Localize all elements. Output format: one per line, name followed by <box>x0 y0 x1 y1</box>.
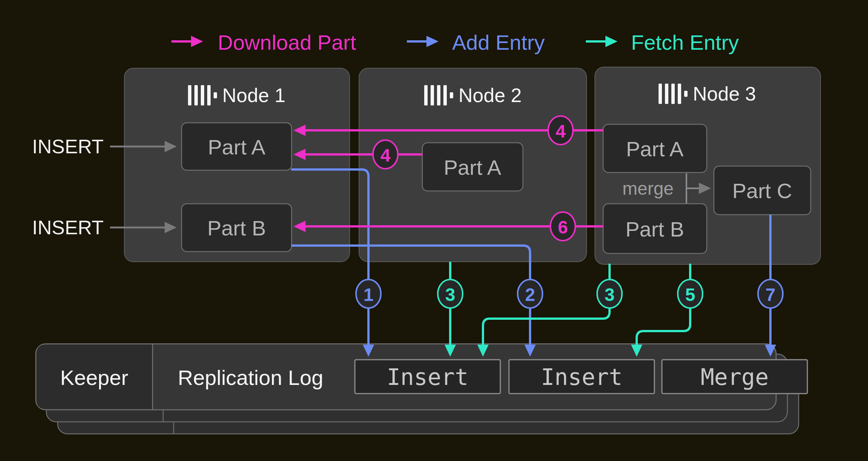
badge-download-6: 6 <box>550 212 575 241</box>
node-2-part-a-label: Part A <box>444 156 501 179</box>
badge-fetch-5-label: 5 <box>685 285 695 305</box>
badge-download-4-node2: 4 <box>373 140 398 169</box>
badge-download-6-label: 6 <box>558 217 568 237</box>
node-2-title: Node 2 <box>458 84 522 106</box>
replication-log: Keeper Replication Log Insert Insert Mer… <box>36 344 807 434</box>
node-3-part-a-label: Part A <box>626 137 684 161</box>
badge-download-4-node3: 4 <box>548 116 573 145</box>
node-3-part-c-label: Part C <box>732 179 792 203</box>
badge-fetch-3-node3-label: 3 <box>605 285 615 305</box>
keeper-label: Keeper <box>60 366 128 389</box>
download-part-legend-label: Download Part <box>218 31 356 54</box>
replication-diagram: Keeper Replication Log Insert Insert Mer… <box>0 0 868 461</box>
insert-label-b: INSERT <box>32 217 104 238</box>
node-1-title: Node 1 <box>222 84 286 106</box>
node-3-part-b-label: Part B <box>625 217 684 241</box>
badge-fetch-3-node3: 3 <box>597 279 622 308</box>
badge-add-2-label: 2 <box>525 285 535 305</box>
merge-label: merge <box>622 179 674 198</box>
badge-download-4-node3-label: 4 <box>556 121 566 141</box>
insert-label-a: INSERT <box>32 136 104 157</box>
badge-add-7-label: 7 <box>766 285 776 305</box>
log-entry-insert-1-label: Insert <box>387 364 469 390</box>
node-1-part-a-label: Part A <box>208 135 266 159</box>
badge-fetch-5: 5 <box>678 279 703 308</box>
node-3: Node 3 Part A Part C Part B merge <box>595 67 821 264</box>
add-entry-legend-label: Add Entry <box>452 31 545 54</box>
badge-fetch-3-node2-label: 3 <box>445 285 455 305</box>
node-3-title: Node 3 <box>693 83 756 105</box>
badge-fetch-3-node2: 3 <box>438 279 463 308</box>
node-1: Node 1 Part A Part B <box>124 68 350 262</box>
log-entry-insert-2-label: Insert <box>541 364 623 390</box>
badge-add-7: 7 <box>758 279 783 308</box>
badge-add-1-label: 1 <box>364 285 374 305</box>
badge-add-1: 1 <box>356 279 381 308</box>
fetch-entry-legend-label: Fetch Entry <box>631 31 739 54</box>
node-1-part-b-label: Part B <box>207 216 266 240</box>
badge-add-2: 2 <box>518 279 542 308</box>
log-entry-merge-label: Merge <box>701 364 769 390</box>
replication-log-title: Replication Log <box>178 366 323 389</box>
legend: Download Part Add Entry Fetch Entry <box>171 31 739 54</box>
badge-download-4-node2-label: 4 <box>381 145 391 165</box>
